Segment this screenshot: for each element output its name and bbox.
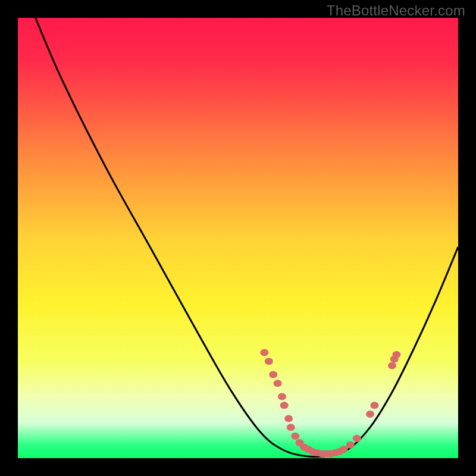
watermark-text: TheBottleNecker.com (327, 2, 465, 19)
svg-rect-0 (18, 18, 458, 458)
plot-area (18, 18, 458, 458)
gradient-background (18, 18, 458, 458)
